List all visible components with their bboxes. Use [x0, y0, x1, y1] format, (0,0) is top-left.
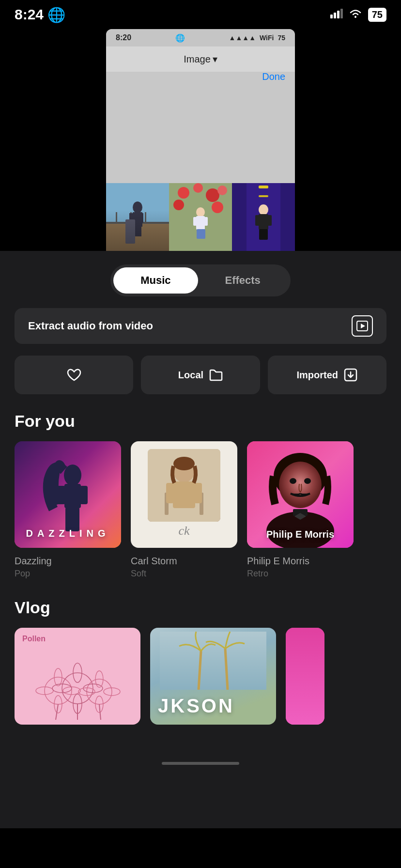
- music-card-philip[interactable]: Philip E Morris Philip E Morris Retro: [247, 441, 354, 579]
- svg-rect-39: [267, 215, 272, 226]
- svg-rect-41: [263, 229, 268, 240]
- filter-buttons-row: Local Imported: [15, 356, 386, 394]
- import-icon: [344, 368, 357, 382]
- svg-point-64: [290, 478, 296, 484]
- svg-rect-91: [286, 628, 324, 725]
- inner-photo-3[interactable]: [232, 183, 295, 251]
- folder-icon: [209, 369, 223, 381]
- svg-rect-9: [130, 212, 132, 224]
- signal-icon: [330, 9, 343, 20]
- svg-point-20: [178, 187, 189, 199]
- time-display: 8:24: [15, 6, 44, 23]
- svg-rect-13: [129, 213, 134, 223]
- tab-container: Music Effects: [110, 264, 291, 296]
- local-label: Local: [178, 370, 203, 381]
- svg-rect-47: [64, 484, 81, 508]
- inner-signal-icon: ▲▲▲▲: [229, 34, 256, 42]
- tab-effects[interactable]: Effects: [198, 267, 288, 294]
- vlog-cards: Pollen: [0, 628, 401, 725]
- svg-rect-35: [259, 195, 268, 197]
- battery-indicator: 75: [368, 8, 386, 22]
- carl-figure: [148, 449, 220, 522]
- svg-point-22: [206, 188, 219, 202]
- carl-art: ck: [131, 441, 237, 548]
- carl-subtitle: Soft: [131, 569, 237, 579]
- inner-wifi-icon: WiFi: [260, 34, 274, 42]
- carl-signature: ck: [178, 524, 189, 538]
- main-content: Music Effects Extract audio from video L…: [0, 251, 401, 828]
- status-time: 8:24 🌐: [15, 6, 65, 23]
- filter-local-button[interactable]: Local: [141, 356, 260, 394]
- svg-rect-37: [259, 214, 268, 230]
- extract-audio-label: Extract audio from video: [28, 320, 153, 332]
- filter-imported-button[interactable]: Imported: [268, 356, 386, 394]
- svg-point-21: [193, 183, 203, 193]
- philip-art-overlay: Philip E Morris: [247, 529, 354, 540]
- philip-title: Philip E Morris: [247, 556, 354, 567]
- inner-toolbar-title: Image ▾: [184, 53, 217, 65]
- svg-point-36: [259, 204, 268, 215]
- svg-marker-43: [361, 324, 365, 328]
- inner-done-button[interactable]: Done: [262, 64, 285, 89]
- inner-photo-2[interactable]: [169, 183, 232, 251]
- vlog-card-pollen[interactable]: Pollen: [15, 628, 140, 725]
- filter-favorites-button[interactable]: [15, 356, 133, 394]
- svg-rect-2: [337, 11, 339, 18]
- dazzling-title: Dazzling: [15, 556, 121, 567]
- pollen-flowers-decoration: [15, 657, 140, 720]
- svg-point-65: [304, 478, 311, 484]
- vlog-section: Vlog Pollen: [0, 598, 401, 725]
- svg-point-11: [133, 202, 142, 213]
- svg-rect-48: [57, 486, 65, 504]
- svg-point-26: [196, 207, 205, 217]
- philip-art: Philip E Morris: [247, 441, 354, 548]
- status-bar: 8:24 🌐 75: [0, 0, 401, 29]
- philip-subtitle: Retro: [247, 569, 354, 579]
- carl-title: Carl Storm: [131, 556, 237, 567]
- globe-icon: 🌐: [47, 6, 65, 23]
- home-bar: [162, 762, 239, 765]
- extract-video-icon: [352, 315, 373, 337]
- svg-point-25: [212, 202, 223, 213]
- svg-rect-8: [116, 212, 117, 224]
- svg-point-60: [173, 457, 195, 470]
- vlog-card-pink[interactable]: [286, 628, 324, 725]
- svg-point-4: [355, 16, 356, 18]
- svg-rect-49: [80, 486, 88, 504]
- svg-rect-31: [200, 229, 205, 239]
- music-card-dazzling[interactable]: DAZZLING Dazzling Pop: [15, 441, 121, 579]
- inner-photo-1[interactable]: [106, 183, 169, 251]
- svg-rect-15: [134, 227, 138, 236]
- inner-photo-strip: [106, 183, 295, 251]
- dazzling-subtitle: Pop: [15, 569, 121, 579]
- extract-audio-bar[interactable]: Extract audio from video: [15, 308, 386, 344]
- svg-rect-7: [106, 222, 169, 224]
- svg-rect-34: [259, 186, 268, 188]
- pollen-label: Pollen: [22, 635, 46, 643]
- svg-rect-27: [196, 216, 205, 230]
- svg-rect-17: [125, 219, 135, 244]
- svg-rect-3: [340, 9, 343, 18]
- dazzling-art-text: DAZZLING: [15, 528, 121, 539]
- heart-icon: [67, 368, 81, 382]
- svg-point-63: [279, 462, 322, 508]
- home-indicator: [0, 754, 401, 773]
- inner-toolbar: Image ▾ Done: [106, 46, 295, 72]
- inner-status-bar: 8:20 🌐 ▲▲▲▲ WiFi 75: [106, 29, 295, 46]
- svg-point-23: [217, 186, 227, 195]
- svg-point-24: [173, 200, 184, 210]
- svg-rect-28: [193, 217, 197, 226]
- svg-rect-5: [106, 183, 169, 251]
- svg-rect-12: [133, 212, 142, 227]
- svg-rect-88: [160, 632, 266, 690]
- chevron-down-icon: ▾: [213, 53, 217, 65]
- for-you-cards: DAZZLING Dazzling Pop: [0, 441, 401, 579]
- inner-battery: 75: [278, 34, 285, 42]
- for-you-header: For you: [15, 412, 386, 431]
- music-card-carl[interactable]: ck Carl Storm Soft: [131, 441, 237, 579]
- svg-rect-29: [204, 217, 208, 226]
- inner-status-icons: ▲▲▲▲ WiFi 75: [229, 34, 285, 42]
- tab-music[interactable]: Music: [113, 267, 198, 294]
- svg-rect-57: [173, 481, 195, 508]
- vlog-card-jkson[interactable]: JKSON: [150, 628, 276, 725]
